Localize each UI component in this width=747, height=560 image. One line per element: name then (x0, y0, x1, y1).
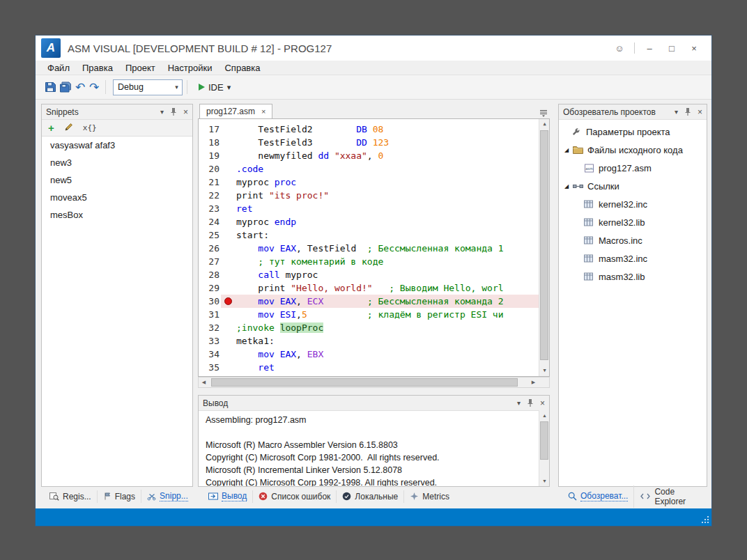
code-line[interactable]: 18 TestField3 DD 123 (199, 136, 549, 149)
run-ide-button[interactable]: IDE ▾ (199, 82, 231, 93)
code-line[interactable]: 23ret (199, 202, 549, 215)
vscroll-thumb[interactable] (540, 421, 548, 460)
bottom-tab[interactable]: Вывод (203, 490, 252, 503)
scroll-up-icon[interactable]: ▲ (539, 410, 549, 421)
code-line[interactable]: 27 ; тут коментарий в коде (199, 255, 549, 268)
bottom-tab[interactable]: Metrics (403, 490, 455, 503)
breakpoint-icon[interactable] (224, 297, 232, 305)
tree-item[interactable]: kernel32.lib (559, 213, 707, 231)
combobox-chevron-icon[interactable]: ▾ (171, 84, 182, 91)
edit-snippet-button[interactable] (64, 122, 73, 134)
code-line[interactable]: 33metka1: (199, 334, 549, 348)
code-editor[interactable]: 17 TestField2 DB 0818 TestField3 DD 1231… (198, 118, 550, 377)
feedback-smiley-icon[interactable]: ☺ (612, 43, 627, 54)
panel-close-icon[interactable]: × (698, 107, 702, 117)
close-button[interactable]: × (686, 43, 702, 54)
code-line[interactable]: 25start: (199, 228, 549, 242)
menu-item[interactable]: Файл (41, 61, 76, 75)
code-line[interactable]: 28 call myproc (199, 268, 549, 281)
panel-close-icon[interactable]: × (540, 398, 545, 408)
code-line[interactable]: 35 ret (199, 361, 549, 374)
save-all-button[interactable] (58, 81, 73, 93)
bottom-tab[interactable]: Regis... (44, 490, 97, 503)
breakpoint-gutter[interactable] (221, 215, 236, 228)
code-line[interactable]: 29 print "Hello, world!" ; Выводим Hello… (199, 281, 549, 295)
breakpoint-gutter[interactable] (221, 281, 236, 295)
tree-item[interactable]: ◢Ссылки (559, 177, 707, 195)
code-line[interactable]: 24myproc endp (199, 215, 549, 228)
bottom-tab[interactable]: Список ошибок (252, 490, 336, 503)
code-line[interactable]: 30 mov EAX, ECX ; Бессмысленная команда … (199, 295, 549, 308)
breakpoint-gutter[interactable] (221, 268, 236, 281)
code-line[interactable]: 19 newmyfiled dd "xxaa", 0 (199, 149, 549, 162)
code-line[interactable]: 26 mov EAX, TestField ; Бессмысленная ко… (199, 242, 549, 255)
tree-item[interactable]: masm32.lib (559, 267, 707, 286)
code-line[interactable]: 32;invoke loopProc (199, 321, 549, 334)
tree-expander-icon[interactable]: ◢ (564, 183, 573, 189)
save-button[interactable] (43, 81, 58, 93)
hscroll-thumb[interactable] (211, 378, 518, 387)
panel-pin-icon[interactable] (527, 398, 534, 407)
code-line[interactable]: 34 mov EAX, EBX (199, 348, 549, 361)
breakpoint-gutter[interactable] (221, 361, 236, 374)
redo-button[interactable]: ↷ (87, 81, 101, 93)
breakpoint-gutter[interactable] (221, 149, 236, 162)
bottom-tab[interactable]: Локальные (336, 490, 403, 503)
panel-collapse-icon[interactable]: ▾ (675, 108, 678, 116)
snippet-list-item[interactable]: moveax5 (42, 189, 192, 206)
vscroll-thumb[interactable] (540, 130, 548, 360)
snippet-list-item[interactable]: new3 (42, 154, 192, 171)
scroll-up-icon[interactable]: ▲ (539, 119, 550, 130)
breakpoint-gutter[interactable] (221, 176, 236, 189)
breakpoint-gutter[interactable] (221, 348, 236, 361)
panel-close-icon[interactable]: × (183, 107, 188, 117)
menu-item[interactable]: Правка (76, 61, 119, 75)
undo-button[interactable]: ↶ (73, 81, 87, 93)
tab-prog127[interactable]: prog127.asm × (199, 104, 272, 118)
build-config-combobox[interactable]: Debug ▾ (113, 79, 183, 95)
delete-snippet-button[interactable]: x{} (83, 123, 97, 132)
bottom-tab[interactable]: Snipp... (141, 490, 194, 503)
menu-item[interactable]: Проект (119, 61, 162, 75)
menu-item[interactable]: Настройки (162, 61, 219, 75)
tree-item[interactable]: kernel32.inc (559, 195, 707, 213)
panel-pin-icon[interactable] (170, 107, 177, 116)
scroll-down-icon[interactable]: ▼ (539, 476, 549, 486)
breakpoint-gutter[interactable] (221, 189, 236, 202)
panel-collapse-icon[interactable]: ▾ (160, 108, 164, 116)
breakpoint-gutter[interactable] (221, 321, 236, 334)
output-vscrollbar[interactable]: ▲ ▼ (539, 410, 549, 486)
add-snippet-button[interactable]: + (48, 122, 54, 134)
tree-item[interactable]: asmprog127.asm (559, 159, 707, 177)
breakpoint-gutter[interactable] (221, 255, 236, 268)
breakpoint-gutter[interactable] (221, 136, 236, 149)
breakpoint-gutter[interactable] (221, 334, 236, 348)
scroll-left-icon[interactable]: ◀ (199, 378, 209, 387)
run-chevron-icon[interactable]: ▾ (227, 83, 231, 92)
code-line[interactable]: 22print "its proc!" (199, 189, 549, 202)
breakpoint-gutter[interactable] (221, 228, 236, 242)
code-line[interactable]: 21myproc proc (199, 176, 549, 189)
breakpoint-gutter[interactable] (221, 242, 236, 255)
tree-item[interactable]: masm32.inc (559, 249, 707, 267)
resize-grip-icon[interactable] (707, 522, 709, 523)
snippet-list-item[interactable]: vasyaswaf afaf3 (42, 137, 192, 154)
titlebar[interactable]: A ASM VISUAL [DEVELOPMENT BUILD # 12] - … (36, 36, 711, 61)
scroll-down-icon[interactable]: ▼ (539, 366, 550, 376)
snippet-list-item[interactable]: new5 (42, 171, 192, 189)
editor-hscrollbar[interactable]: ◀ ▶ (198, 377, 550, 388)
breakpoint-gutter[interactable] (221, 123, 236, 136)
breakpoint-gutter[interactable] (221, 202, 236, 215)
tree-item[interactable]: Macros.inc (559, 231, 707, 249)
minimize-button[interactable]: – (642, 43, 657, 54)
panel-collapse-icon[interactable]: ▾ (517, 399, 521, 407)
scroll-right-icon[interactable]: ▶ (528, 378, 539, 387)
code-line[interactable]: 20.code (199, 162, 549, 176)
tree-item[interactable]: ◢Файлы исходного кода (559, 141, 707, 159)
breakpoint-gutter[interactable] (221, 295, 236, 308)
bottom-tab[interactable]: Обозреват... (562, 490, 633, 503)
maximize-button[interactable]: □ (664, 43, 679, 54)
menu-item[interactable]: Справка (218, 61, 266, 75)
breakpoint-gutter[interactable] (221, 162, 236, 176)
breakpoint-gutter[interactable] (221, 308, 236, 321)
